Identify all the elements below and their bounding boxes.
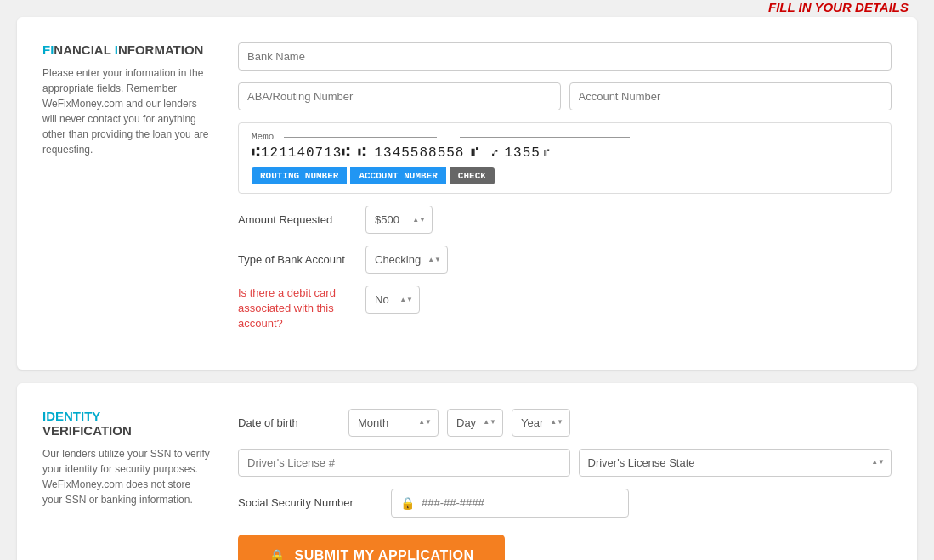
check-symbol: ⑈ — [544, 148, 551, 158]
bank-type-label: Type of Bank Account — [238, 253, 348, 266]
amount-symbol: ⑇ — [492, 148, 499, 158]
check-label: CHECK — [450, 167, 495, 184]
routing-symbol-left: ⑆ — [252, 145, 261, 161]
account-label: ACCOUNT NUMBER — [350, 167, 445, 184]
debit-select[interactable]: No Yes — [365, 286, 420, 314]
license-state-select[interactable]: Driver's License State ALAKAZCA FLNYTX — [579, 449, 892, 477]
amount-row: Amount Requested $500 $300 $700 $1000 — [238, 206, 892, 234]
dob-label: Date of birth — [238, 416, 340, 429]
financial-layout: FINANCIAL INFORMATION Please enter your … — [42, 42, 892, 344]
bank-type-select-wrapper: Checking Savings — [365, 246, 448, 274]
ssn-row: Social Security Number 🔒 — [238, 489, 892, 518]
check-digits: 1355 — [504, 145, 540, 161]
month-select[interactable]: Month JanuaryFebruaryMarch AprilMayJune … — [348, 409, 439, 437]
ssn-label: Social Security Number — [238, 496, 374, 509]
separator1: ⑆ — [358, 145, 367, 161]
license-number-input[interactable] — [238, 449, 570, 477]
amount-label: Amount Requested — [238, 213, 348, 226]
financial-title: FINANCIAL INFORMATION — [42, 42, 212, 57]
license-state-wrapper: Driver's License State ALAKAZCA FLNYTX — [579, 449, 892, 477]
identity-title: IDENTITY VERIFICATION — [42, 409, 212, 438]
financial-description: Please enter your information in the app… — [42, 65, 212, 157]
ssn-input-wrapper: 🔒 — [391, 489, 629, 518]
routing-symbol-right: ⑆ — [342, 145, 351, 161]
identity-right: Date of birth Month JanuaryFebruaryMarch… — [238, 409, 892, 560]
fi-highlight: FI — [42, 42, 54, 57]
financial-card: FINANCIAL INFORMATION Please enter your … — [17, 17, 917, 370]
ssn-input[interactable] — [422, 496, 620, 509]
account-number-input[interactable] — [569, 82, 892, 110]
financial-left: FINANCIAL INFORMATION Please enter your … — [42, 42, 212, 344]
dob-row: Date of birth Month JanuaryFebruaryMarch… — [238, 409, 892, 437]
submit-button[interactable]: 🔒 SUBMIT MY APPLICATION — [238, 535, 505, 560]
bank-type-select[interactable]: Checking Savings — [365, 246, 448, 274]
bank-type-row: Type of Bank Account Checking Savings FI… — [238, 246, 892, 274]
year-select[interactable]: Year — [512, 409, 570, 437]
bank-name-input[interactable] — [238, 42, 892, 71]
year-select-wrapper: Year — [512, 409, 570, 437]
debit-select-wrapper: No Yes — [365, 286, 420, 314]
identity-left: IDENTITY VERIFICATION Our lenders utiliz… — [42, 409, 212, 560]
identity-layout: IDENTITY VERIFICATION Our lenders utiliz… — [42, 409, 892, 560]
page-wrapper: FINANCIAL INFORMATION Please enter your … — [17, 17, 917, 560]
month-select-wrapper: Month JanuaryFebruaryMarch AprilMayJune … — [348, 409, 439, 437]
day-select-wrapper: Day — [447, 409, 503, 437]
routing-account-row — [238, 82, 892, 110]
financial-right: Memo ⑆ 121140713 ⑆ ⑆ 1345588558 ⑈ ⑇ 1355… — [238, 42, 892, 344]
verification-text: VERIFICATION — [42, 423, 132, 438]
day-select[interactable]: Day — [447, 409, 503, 437]
submit-label: SUBMIT MY APPLICATION — [295, 548, 474, 560]
debit-row: Is there a debit card associated with th… — [238, 286, 892, 332]
check-image: Memo ⑆ 121140713 ⑆ ⑆ 1345588558 ⑈ ⑇ 1355… — [238, 122, 892, 194]
ssn-lock-icon: 🔒 — [400, 496, 415, 510]
memo-line: Memo — [252, 132, 878, 142]
routing-digits: 121140713 — [261, 145, 342, 161]
account-digits: 1345588558 — [374, 145, 464, 161]
identity-description: Our lenders utilize your SSN to verify y… — [42, 446, 212, 507]
identity-card: IDENTITY VERIFICATION Our lenders utiliz… — [17, 383, 917, 560]
license-row: Driver's License State ALAKAZCA FLNYTX — [238, 449, 892, 477]
check-numbers: ⑆ 121140713 ⑆ ⑆ 1345588558 ⑈ ⑇ 1355 ⑈ — [252, 145, 878, 161]
identity-highlight: IDENTITY — [42, 409, 100, 423]
separator2: ⑈ — [471, 145, 480, 161]
nformation-text: NFORMATION — [118, 42, 204, 57]
check-labels: ROUTING NUMBER ACCOUNT NUMBER CHECK — [252, 167, 878, 184]
routing-number-input[interactable] — [238, 82, 561, 110]
nancial-text: NANCIAL — [54, 42, 114, 57]
memo-label: Memo — [252, 132, 274, 142]
amount-select-wrapper: $500 $300 $700 $1000 — [365, 206, 433, 234]
submit-lock-icon: 🔒 — [269, 548, 286, 560]
fill-in-text: FILL IN YOUR DETAILS — [768, 0, 909, 14]
bank-name-row — [238, 42, 892, 71]
debit-label: Is there a debit card associated with th… — [238, 286, 348, 332]
routing-label: ROUTING NUMBER — [252, 167, 347, 184]
amount-select[interactable]: $500 $300 $700 $1000 — [365, 206, 433, 234]
